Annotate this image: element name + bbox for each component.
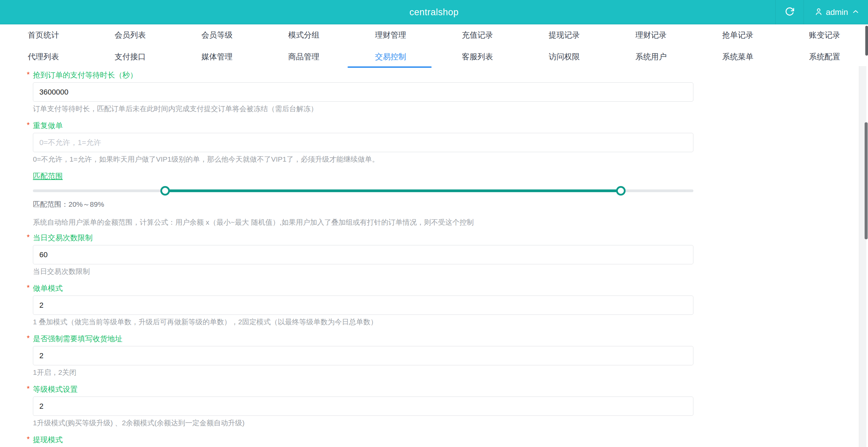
required-asterisk: * (27, 434, 30, 444)
field-repeat-order: *重复做单0=不允许，1=允许，如果昨天用户做了VIP1级别的单，那么他今天就做… (33, 121, 868, 164)
required-asterisk: * (27, 333, 30, 343)
tab-system-menu[interactable]: 系统菜单 (694, 45, 781, 68)
tab-recharge-records[interactable]: 充值记录 (434, 24, 521, 45)
field-helper-pay-wait-time: 订单支付等待时长，匹配订单后未在此时间内完成支付提交订单将会被冻结（需后台解冻） (33, 104, 868, 113)
field-force-address: *是否强制需要填写收货地址1开启，2关闭 (33, 334, 868, 377)
header-actions: admin (775, 0, 868, 24)
field-label-repeat-order: *重复做单 (33, 121, 63, 131)
field-label-force-address: *是否强制需要填写收货地址 (33, 334, 122, 344)
tab-label: 模式分组 (288, 30, 319, 40)
required-asterisk: * (27, 232, 30, 242)
tab-label: 理财管理 (375, 30, 406, 40)
slider-handle-min[interactable] (160, 186, 170, 196)
tab-trade-control[interactable]: 交易控制 (347, 45, 434, 68)
tab-label: 会员列表 (115, 30, 146, 40)
required-asterisk: * (27, 69, 30, 80)
field-input-pay-wait-time[interactable] (33, 82, 693, 102)
tab-label: 会员等级 (201, 30, 233, 40)
tab-label: 理财记录 (635, 30, 667, 40)
field-label-match-range: 匹配范围 (33, 171, 63, 181)
tab-finance-records[interactable]: 理财记录 (608, 24, 694, 45)
tab-label: 系统配置 (809, 52, 840, 62)
page-scrollbar-thumb[interactable] (865, 26, 868, 56)
nav-row-2: 代理列表支付接口媒体管理商品管理交易控制客服列表访问权限系统用户系统菜单系统配置 (0, 45, 868, 68)
field-input-order-mode[interactable] (33, 296, 693, 315)
field-label-daily-trade-limit: *当日交易次数限制 (33, 233, 93, 243)
tab-label: 客服列表 (462, 52, 493, 62)
required-asterisk: * (27, 120, 30, 130)
field-level-mode: *等级模式设置1升级模式(购买等级升级) 、2余额模式(余额达到一定金额自动升级… (33, 384, 868, 427)
tab-label: 抢单记录 (722, 30, 753, 40)
tab-withdraw-records[interactable]: 提现记录 (521, 24, 608, 45)
tab-mode-group[interactable]: 模式分组 (260, 24, 347, 45)
tab-order-grab-records[interactable]: 抢单记录 (694, 24, 781, 45)
field-input-level-mode[interactable] (33, 397, 693, 416)
tab-label: 系统用户 (635, 52, 667, 62)
field-helper-match-range: 系统自动给用户派单的金额范围，计算公式：用户余额 x（最小~最大 随机值）,如果… (33, 218, 868, 227)
tab-label: 代理列表 (28, 52, 59, 62)
field-pay-wait-time: *抢到订单的支付等待时长（秒）订单支付等待时长，匹配订单后未在此时间内完成支付提… (33, 70, 868, 113)
tab-service-list[interactable]: 客服列表 (434, 45, 521, 68)
tab-system-config[interactable]: 系统配置 (781, 45, 868, 68)
field-label-withdraw-mode: *提现模式 (33, 435, 63, 445)
nav-row-1: 首页统计会员列表会员等级模式分组理财管理充值记录提现记录理财记录抢单记录账变记录 (0, 24, 868, 45)
chevron-up-icon (851, 7, 860, 17)
app-header: centralshop admin (0, 0, 868, 24)
field-daily-trade-limit: *当日交易次数限制当日交易次数限制 (33, 233, 868, 276)
field-helper-force-address: 1开启，2关闭 (33, 368, 868, 377)
range-slider-match-range (33, 185, 693, 197)
user-menu[interactable]: admin (804, 0, 868, 24)
tab-product-manage[interactable]: 商品管理 (260, 45, 347, 68)
tab-system-users[interactable]: 系统用户 (608, 45, 694, 68)
field-withdraw-mode: *提现模式 (33, 435, 868, 447)
tab-media-manage[interactable]: 媒体管理 (174, 45, 260, 68)
tab-label: 充值记录 (462, 30, 493, 40)
field-label-pay-wait-time: *抢到订单的支付等待时长（秒） (33, 70, 137, 80)
refresh-button[interactable] (776, 0, 804, 24)
field-helper-order-mode: 1 叠加模式（做完当前等级单数，升级后可再做新等级的单数），2固定模式（以最终等… (33, 318, 868, 326)
active-tab-underline (348, 66, 432, 68)
field-input-daily-trade-limit[interactable] (33, 245, 693, 264)
field-input-repeat-order[interactable] (33, 133, 693, 152)
tab-label: 提现记录 (549, 30, 580, 40)
tab-agent-list[interactable]: 代理列表 (0, 45, 87, 68)
app-title: centralshop (409, 7, 458, 18)
slider-handle-max[interactable] (616, 186, 626, 196)
tab-label: 账变记录 (809, 30, 840, 40)
tab-member-list[interactable]: 会员列表 (87, 24, 174, 45)
slider-range-text: 匹配范围：20%～89% (33, 200, 868, 209)
slider-fill (165, 189, 621, 192)
tab-label: 首页统计 (28, 30, 59, 40)
field-helper-repeat-order: 0=不允许，1=允许，如果昨天用户做了VIP1级别的单，那么他今天就做不了VIP… (33, 155, 868, 164)
tab-label: 访问权限 (549, 52, 580, 62)
tab-payment-api[interactable]: 支付接口 (87, 45, 174, 68)
field-helper-level-mode: 1升级模式(购买等级升级) 、2余额模式(余额达到一定金额自动升级) (33, 419, 868, 427)
required-asterisk: * (27, 283, 30, 293)
tab-label: 商品管理 (288, 52, 319, 62)
username: admin (826, 7, 848, 17)
tab-label: 系统菜单 (722, 52, 753, 62)
tab-home-stats[interactable]: 首页统计 (0, 24, 87, 45)
tab-label: 支付接口 (115, 52, 146, 62)
person-icon (814, 7, 823, 18)
trade-control-form: *抢到订单的支付等待时长（秒）订单支付等待时长，匹配订单后未在此时间内完成支付提… (0, 68, 868, 447)
tab-label: 交易控制 (375, 52, 406, 62)
required-asterisk: * (27, 384, 30, 394)
tab-account-change-records[interactable]: 账变记录 (781, 24, 868, 45)
field-label-order-mode: *做单模式 (33, 283, 63, 293)
tab-access-perms[interactable]: 访问权限 (521, 45, 608, 68)
tab-member-level[interactable]: 会员等级 (174, 24, 260, 45)
tab-finance-manage[interactable]: 理财管理 (347, 24, 434, 45)
field-label-level-mode: *等级模式设置 (33, 384, 78, 394)
field-order-mode: *做单模式1 叠加模式（做完当前等级单数，升级后可再做新等级的单数），2固定模式… (33, 283, 868, 326)
tab-label: 媒体管理 (201, 52, 233, 62)
inner-scrollbar-thumb[interactable] (865, 122, 868, 239)
field-input-force-address[interactable] (33, 346, 693, 365)
field-match-range: 匹配范围匹配范围：20%～89%系统自动给用户派单的金额范围，计算公式：用户余额… (33, 171, 868, 227)
refresh-icon (784, 6, 795, 18)
field-helper-daily-trade-limit: 当日交易次数限制 (33, 267, 868, 276)
